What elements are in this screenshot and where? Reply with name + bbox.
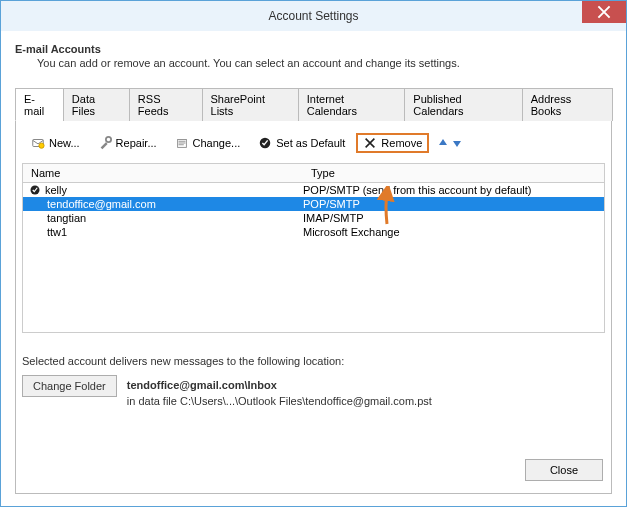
move-up-icon[interactable] — [437, 137, 449, 149]
account-name: ttw1 — [47, 226, 67, 238]
column-name[interactable]: Name — [23, 164, 303, 182]
change-folder-button[interactable]: Change Folder — [22, 375, 117, 397]
tab-address-books[interactable]: Address Books — [522, 88, 613, 121]
change-icon — [175, 136, 189, 150]
account-type: IMAP/SMTP — [303, 212, 600, 224]
account-type: POP/SMTP — [303, 198, 600, 210]
change-label: Change... — [193, 137, 241, 149]
tabs: E-mailData FilesRSS FeedsSharePoint List… — [15, 87, 612, 121]
account-type: Microsoft Exchange — [303, 226, 600, 238]
set-default-label: Set as Default — [276, 137, 345, 149]
account-type: POP/SMTP (send from this account by defa… — [303, 184, 600, 196]
tab-sharepoint-lists[interactable]: SharePoint Lists — [202, 88, 299, 121]
repair-label: Repair... — [116, 137, 157, 149]
svg-point-1 — [39, 143, 44, 148]
repair-icon — [98, 136, 112, 150]
new-label: New... — [49, 137, 80, 149]
account-settings-window: Account Settings E-mail Accounts You can… — [0, 0, 627, 507]
set-default-button[interactable]: Set as Default — [251, 133, 352, 153]
section-desc: You can add or remove an account. You ca… — [37, 57, 612, 69]
tab-data-files[interactable]: Data Files — [63, 88, 130, 121]
new-button[interactable]: New... — [24, 133, 87, 153]
account-name: kelly — [45, 184, 67, 196]
tab-e-mail[interactable]: E-mail — [15, 88, 64, 121]
change-button[interactable]: Change... — [168, 133, 248, 153]
delivery-location: tendoffice@gmail.com\Inbox — [127, 379, 432, 391]
column-type[interactable]: Type — [303, 164, 604, 182]
remove-button[interactable]: Remove — [356, 133, 429, 153]
close-icon — [597, 5, 611, 19]
tab-internet-calendars[interactable]: Internet Calendars — [298, 88, 406, 121]
window-title: Account Settings — [1, 9, 626, 23]
check-circle-icon — [258, 136, 272, 150]
account-row[interactable]: tangtianIMAP/SMTP — [23, 211, 604, 225]
account-row[interactable]: kellyPOP/SMTP (send from this account by… — [23, 183, 604, 197]
toolbar: New... Repair... Change... Set as Defaul… — [22, 127, 605, 163]
section-title: E-mail Accounts — [15, 43, 612, 55]
close-button[interactable]: Close — [525, 459, 603, 481]
delivery-section: Selected account delivers new messages t… — [22, 355, 605, 407]
account-row[interactable]: ttw1Microsoft Exchange — [23, 225, 604, 239]
repair-button[interactable]: Repair... — [91, 133, 164, 153]
account-name: tendoffice@gmail.com — [47, 198, 156, 210]
new-icon — [31, 136, 45, 150]
reorder-controls — [437, 137, 463, 149]
delivery-datafile: in data file C:\Users\...\Outlook Files\… — [127, 395, 432, 407]
accounts-list: kellyPOP/SMTP (send from this account by… — [22, 183, 605, 333]
content-area: E-mail Accounts You can add or remove an… — [1, 31, 626, 506]
account-name: tangtian — [47, 212, 86, 224]
tab-published-calendars[interactable]: Published Calendars — [404, 88, 522, 121]
default-account-icon — [29, 184, 41, 196]
delivery-details: tendoffice@gmail.com\Inbox in data file … — [127, 375, 432, 407]
remove-label: Remove — [381, 137, 422, 149]
tab-rss-feeds[interactable]: RSS Feeds — [129, 88, 203, 121]
tab-panel: New... Repair... Change... Set as Defaul… — [15, 121, 612, 494]
window-close-button[interactable] — [582, 1, 626, 23]
svg-point-2 — [105, 137, 110, 142]
titlebar: Account Settings — [1, 1, 626, 31]
delivery-text: Selected account delivers new messages t… — [22, 355, 605, 367]
remove-icon — [363, 136, 377, 150]
move-down-icon[interactable] — [451, 137, 463, 149]
accounts-header: Name Type — [22, 163, 605, 183]
account-row[interactable]: tendoffice@gmail.comPOP/SMTP — [23, 197, 604, 211]
footer: Close — [22, 449, 605, 483]
